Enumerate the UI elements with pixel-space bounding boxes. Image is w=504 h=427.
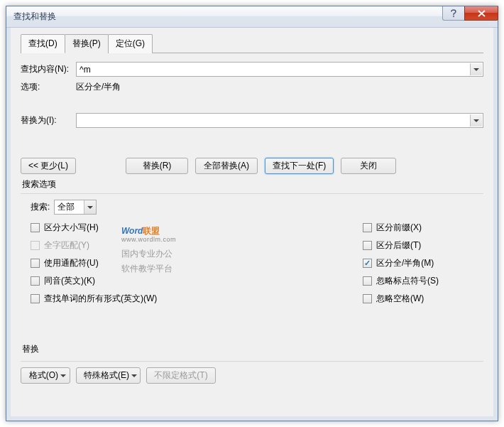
check-prefix[interactable]: 区分前缀(X) — [363, 222, 483, 234]
divider — [21, 361, 483, 362]
chevron-down-icon — [60, 374, 66, 377]
search-options-label: 搜索选项 — [22, 178, 483, 190]
format-button[interactable]: 格式(O) — [21, 367, 70, 384]
checkbox[interactable] — [31, 259, 40, 268]
replace-with-dropdown-button[interactable] — [470, 114, 482, 126]
help-icon — [450, 9, 457, 18]
replace-button[interactable]: 替换(R) — [126, 158, 188, 174]
find-next-button[interactable]: 查找下一处(F) — [265, 158, 334, 174]
chevron-down-icon — [87, 206, 93, 209]
window-title: 查找和替换 — [13, 11, 56, 23]
replace-with-input[interactable] — [76, 113, 483, 128]
search-scope-value: 全部 — [57, 201, 75, 213]
check-wildcards[interactable]: 使用通配符(U) — [31, 257, 363, 269]
tab-find[interactable]: 查找(D) — [21, 34, 65, 53]
special-button[interactable]: 特殊格式(E) — [76, 367, 141, 384]
chevron-down-icon — [473, 68, 479, 71]
checkbox[interactable] — [363, 223, 372, 232]
checkbox[interactable] — [31, 276, 40, 286]
check-sounds-like[interactable]: 同音(英文)(K) — [31, 275, 363, 287]
divider — [21, 193, 483, 194]
close-button[interactable] — [464, 6, 498, 21]
check-match-case[interactable]: 区分大小写(H) — [31, 222, 363, 234]
checkbox[interactable] — [31, 294, 40, 303]
check-suffix[interactable]: 区分后缀(T) — [363, 239, 483, 252]
check-full-half-width[interactable]: 区分全/半角(M) — [363, 257, 483, 269]
chevron-down-icon — [131, 374, 137, 377]
find-what-label: 查找内容(N): — [21, 63, 76, 75]
check-ignore-punct[interactable]: 忽略标点符号(S) — [363, 275, 483, 287]
search-scope-select[interactable]: 全部 — [54, 200, 97, 215]
options-value: 区分全/半角 — [76, 81, 121, 93]
checkbox[interactable] — [363, 241, 372, 250]
help-button[interactable] — [442, 6, 465, 21]
less-button[interactable]: << 更少(L) — [21, 158, 76, 174]
options-label: 选项: — [21, 81, 76, 93]
search-label: 搜索: — [31, 201, 50, 213]
tab-bar: 查找(D) 替换(P) 定位(G) — [21, 33, 483, 53]
check-whole-word: 全字匹配(Y) — [31, 239, 363, 252]
checkbox[interactable] — [31, 223, 40, 232]
titlebar: 查找和替换 — [6, 6, 498, 28]
checkbox[interactable] — [363, 259, 372, 268]
find-what-value: ^m — [80, 65, 91, 75]
close-dialog-button[interactable]: 关闭 — [341, 158, 396, 174]
check-word-forms[interactable]: 查找单词的所有形式(英文)(W) — [31, 293, 363, 305]
replace-all-button[interactable]: 全部替换(A) — [195, 158, 258, 174]
find-what-dropdown-button[interactable] — [470, 63, 482, 75]
checkbox — [31, 241, 40, 250]
checkbox[interactable] — [363, 276, 372, 286]
find-replace-dialog: 查找和替换 查找(D) 替换(P) 定位(G) 查找内容(N): ^m — [6, 6, 498, 421]
no-format-button: 不限定格式(T) — [146, 367, 215, 384]
find-what-input[interactable]: ^m — [76, 62, 483, 77]
search-scope-dropdown-button[interactable] — [84, 200, 96, 214]
replace-with-label: 替换为(I): — [21, 114, 76, 126]
tab-goto[interactable]: 定位(G) — [108, 34, 153, 53]
replace-section-label: 替换 — [22, 343, 483, 355]
close-icon — [478, 10, 486, 17]
checkbox[interactable] — [363, 294, 372, 303]
check-ignore-space[interactable]: 忽略空格(W) — [363, 293, 483, 305]
checks-right-column: 区分前缀(X) 区分后缀(T) 区分全/半角(M) 忽略标点符号(S) 忽略空格… — [363, 222, 483, 305]
tab-replace[interactable]: 替换(P) — [65, 34, 109, 53]
chevron-down-icon — [473, 119, 479, 122]
checks-left-column: 区分大小写(H) 全字匹配(Y) 使用通配符(U) 同音(英文)(K) 查找单词… — [31, 222, 363, 305]
